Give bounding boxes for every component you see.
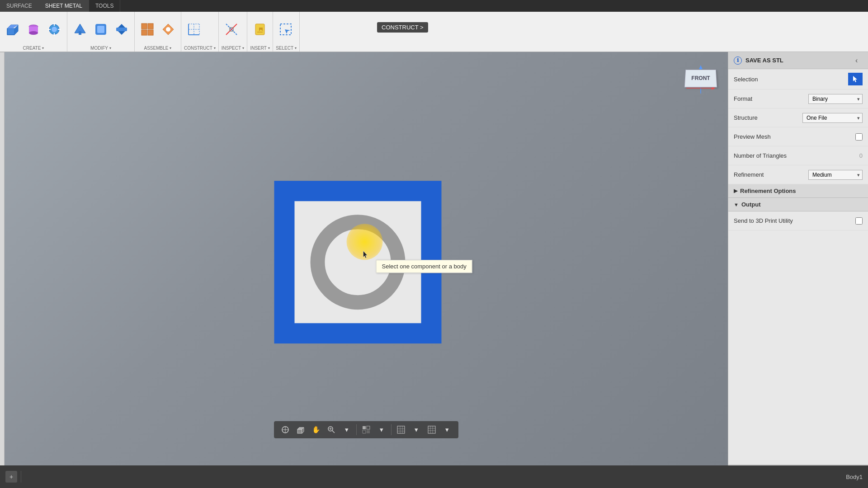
statusbar-btn-1[interactable]: + [5, 471, 17, 483]
format-select[interactable]: Binary ASCII [808, 94, 863, 104]
svg-marker-18 [118, 24, 125, 28]
modify-group: MODIFY ▾ [67, 12, 135, 52]
assemble-chevron: ▾ [170, 46, 171, 50]
svg-rect-37 [280, 24, 291, 35]
svg-point-24 [166, 27, 170, 32]
modify-label[interactable]: MODIFY ▾ [70, 46, 132, 51]
construct-label[interactable]: CONSTRUCT ▾ [184, 46, 216, 51]
assemble-label[interactable]: ASSEMBLE ▾ [137, 46, 178, 51]
view-cube-front-label[interactable]: FRONT [684, 70, 717, 87]
canvas-area: FRONT [5, 52, 728, 465]
modify-push-icon [73, 22, 87, 37]
statusbar: + Body1 [0, 465, 868, 488]
svg-rect-16 [97, 26, 104, 33]
modify-icon-2[interactable] [91, 18, 111, 41]
modify-icon-3[interactable] [112, 18, 132, 41]
svg-rect-53 [367, 426, 370, 429]
nav-sheet-metal[interactable]: SHEET METAL [39, 0, 89, 12]
modify-icon-1[interactable] [70, 18, 90, 41]
structure-row: Structure One File One File Per Body [728, 108, 868, 127]
select-icon [278, 22, 293, 37]
nav-surface[interactable]: SURFACE [0, 0, 39, 12]
create-icon-1[interactable] [3, 18, 23, 41]
assemble-icon [140, 22, 155, 37]
view-cube[interactable]: FRONT [683, 61, 719, 97]
inspect-icon-1[interactable] [222, 18, 241, 41]
body-name-status: Body1 [846, 474, 863, 480]
send-to-3d-print-checkbox[interactable] [855, 217, 863, 225]
select-label[interactable]: SELECT ▾ [276, 46, 297, 51]
create-chevron: ▾ [42, 46, 44, 50]
triangles-row: Number of Triangles 0 [728, 146, 868, 165]
white-inner: Select one component or a body [295, 201, 421, 323]
inspect-label[interactable]: INSPECT ▾ [222, 46, 244, 51]
insert-group: INSERT ▾ [247, 12, 273, 52]
pan-button[interactable]: ✋ [309, 423, 323, 436]
svg-rect-23 [148, 30, 153, 35]
construct-icon-1[interactable] [184, 18, 204, 41]
output-section-arrow: ▼ [734, 202, 739, 207]
insert-icon-1[interactable] [250, 18, 270, 41]
preview-mesh-row: Preview Mesh [728, 127, 868, 146]
inspect-icon [224, 22, 239, 37]
hover-tooltip: Select one component or a body [376, 260, 472, 273]
create-box-icon [5, 22, 20, 37]
grid-button[interactable] [394, 423, 408, 436]
statusbar-divider [21, 471, 21, 483]
svg-rect-14 [79, 31, 81, 35]
send-to-3d-print-row: Send to 3D Print Utility [728, 211, 868, 230]
grid-dropdown-button[interactable]: ▾ [410, 423, 423, 436]
assemble-icon-2[interactable] [158, 18, 178, 41]
structure-select[interactable]: One File One File Per Body [802, 113, 863, 123]
construct-breadcrumb: CONSTRUCT > [377, 22, 428, 33]
construct-icon [187, 22, 201, 37]
triangles-value: 0 [859, 152, 863, 159]
structure-select-wrap: One File One File Per Body [802, 113, 863, 123]
select-icon-1[interactable] [276, 18, 296, 41]
assemble-icon-1[interactable] [137, 18, 157, 41]
svg-rect-20 [142, 23, 147, 29]
cursor [362, 250, 371, 259]
create-icon-2[interactable] [24, 18, 43, 41]
refinement-options-section[interactable]: ▶ Refinement Options [728, 184, 868, 198]
insert-icon [253, 22, 267, 37]
svg-rect-45 [297, 429, 302, 433]
display-mode-button[interactable] [359, 423, 373, 436]
zoom-dropdown-button[interactable]: ▾ [340, 423, 354, 436]
refinement-select[interactable]: Low Medium High [808, 170, 863, 180]
modify-fillet-icon [94, 22, 108, 37]
selection-button[interactable] [848, 73, 863, 85]
create-cylinder-icon [26, 22, 41, 37]
viewport-tools: ✋ ▾ ▾ ▾ [274, 421, 458, 438]
zoom-button[interactable] [325, 423, 338, 436]
svg-rect-0 [7, 28, 14, 35]
view-cube-button[interactable] [294, 423, 307, 436]
create-label[interactable]: CREATE ▾ [3, 46, 64, 51]
svg-rect-17 [116, 28, 127, 31]
right-panel: ℹ SAVE AS STL ‹ Selection Format Binary … [728, 52, 868, 488]
format-row: Format Binary ASCII [728, 89, 868, 108]
output-section[interactable]: ▼ Output [728, 198, 868, 211]
panel-close-button[interactable]: ‹ [855, 57, 863, 64]
format-select-wrap: Binary ASCII [808, 94, 863, 104]
svg-rect-61 [428, 426, 435, 433]
refinement-options-label: Refinement Options [740, 188, 796, 194]
svg-rect-55 [367, 430, 370, 433]
fit-view-button[interactable] [278, 423, 292, 436]
svg-line-31 [226, 24, 237, 35]
visual-button[interactable] [425, 423, 439, 436]
triangles-label: Number of Triangles [734, 152, 859, 159]
display-dropdown-button[interactable]: ▾ [375, 423, 388, 436]
preview-mesh-checkbox[interactable] [855, 133, 863, 141]
assemble-group: ASSEMBLE ▾ [135, 12, 181, 52]
vp-divider-1 [356, 424, 357, 435]
3d-viewport[interactable]: FRONT [5, 52, 728, 465]
visual-dropdown-button[interactable]: ▾ [440, 423, 454, 436]
insert-label[interactable]: INSERT ▾ [250, 46, 270, 51]
svg-point-8 [52, 27, 57, 32]
modify-chevron: ▾ [109, 46, 111, 50]
modify-icon-3 [114, 22, 129, 37]
nav-tools[interactable]: TOOLS [89, 0, 120, 12]
create-icon-3[interactable] [44, 18, 64, 41]
refinement-row: Refinement Low Medium High [728, 165, 868, 184]
